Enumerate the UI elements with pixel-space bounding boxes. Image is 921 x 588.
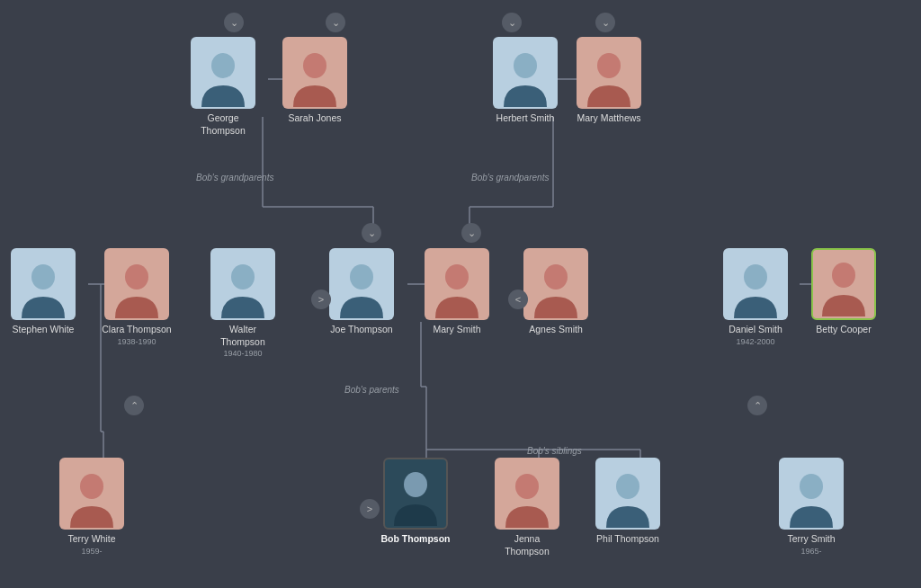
- svg-point-36: [616, 474, 639, 499]
- avatar-jenna: [495, 458, 559, 530]
- figure-mary-smith: [431, 257, 483, 320]
- figure-george: [197, 46, 249, 109]
- dates-terry-smith: 1965-: [800, 547, 821, 556]
- name-mary-smith: Mary Smith: [433, 324, 480, 336]
- svg-point-35: [515, 474, 539, 499]
- person-george[interactable]: George Thompson: [187, 37, 259, 137]
- figure-terry-smith: [785, 467, 837, 530]
- avatar-clara: [104, 248, 169, 320]
- svg-point-32: [832, 263, 855, 288]
- person-agnes[interactable]: Agnes Smith: [520, 248, 592, 336]
- person-jenna[interactable]: Jenna Thompson: [491, 458, 563, 557]
- nav-right-joe[interactable]: >: [311, 290, 331, 309]
- avatar-joe: [329, 248, 394, 320]
- figure-terry-white: [66, 467, 118, 530]
- name-joe: Joe Thompson: [330, 324, 392, 336]
- figure-mary-matthews: [583, 46, 635, 109]
- avatar-mary-matthews: [577, 37, 641, 109]
- label-bobs-grandparents-1: Bob's grandparents: [196, 173, 273, 183]
- svg-point-30: [544, 264, 568, 290]
- person-phil[interactable]: Phil Thompson: [592, 458, 664, 546]
- figure-betty: [818, 255, 870, 318]
- avatar-agnes: [523, 248, 588, 320]
- svg-point-25: [31, 264, 55, 290]
- name-clara: Clara Thompson: [102, 324, 171, 336]
- name-agnes: Agnes Smith: [529, 324, 583, 336]
- person-clara[interactable]: Clara Thompson 1938-1990: [101, 248, 173, 346]
- name-stephen: Stephen White: [13, 324, 75, 336]
- figure-jenna: [501, 467, 553, 530]
- svg-point-33: [80, 474, 103, 499]
- label-bobs-grandparents-2: Bob's grandparents: [471, 173, 549, 183]
- name-betty: Betty Cooper: [816, 324, 871, 336]
- avatar-terry-smith: [779, 458, 844, 530]
- avatar-walter: [210, 248, 275, 320]
- figure-herbert: [499, 46, 551, 109]
- nav-sarah-up[interactable]: ⌄: [326, 13, 345, 32]
- figure-sarah: [289, 46, 341, 109]
- svg-point-21: [211, 53, 235, 78]
- svg-point-29: [445, 264, 469, 290]
- nav-left-mary[interactable]: <: [508, 290, 528, 309]
- person-betty[interactable]: Betty Cooper: [808, 248, 880, 336]
- name-george: George Thompson: [187, 112, 259, 137]
- nav-george-up[interactable]: ⌄: [224, 13, 244, 32]
- figure-agnes: [530, 257, 582, 320]
- svg-point-23: [514, 53, 537, 78]
- nav-up-clara[interactable]: ⌃: [124, 396, 144, 415]
- name-jenna: Jenna Thompson: [491, 533, 563, 557]
- svg-point-34: [404, 472, 427, 497]
- avatar-mary-smith: [425, 248, 489, 320]
- figure-daniel: [729, 257, 782, 320]
- name-daniel: Daniel Smith: [729, 324, 782, 336]
- name-bob: Bob Thompson: [381, 533, 451, 546]
- nav-right-bob[interactable]: >: [360, 499, 380, 519]
- person-walter[interactable]: Walter Thompson 1940-1980: [207, 248, 279, 358]
- avatar-daniel: [723, 248, 788, 320]
- name-mary-matthews: Mary Matthews: [577, 112, 640, 125]
- avatar-phil: [595, 458, 660, 530]
- dates-terry-white: 1959-: [81, 547, 102, 556]
- person-bob[interactable]: Bob Thompson: [380, 458, 452, 546]
- name-herbert: Herbert Smith: [496, 112, 555, 125]
- svg-point-22: [303, 53, 326, 78]
- nav-mary-smith-down[interactable]: ⌄: [461, 223, 481, 243]
- figure-joe: [335, 257, 388, 320]
- name-terry-smith: Terry Smith: [787, 533, 835, 546]
- nav-joe-down[interactable]: ⌄: [362, 223, 381, 243]
- dates-walter: 1940-1980: [223, 349, 262, 358]
- svg-point-27: [231, 264, 255, 290]
- avatar-sarah: [282, 37, 347, 109]
- svg-point-26: [125, 264, 148, 290]
- person-daniel[interactable]: Daniel Smith 1942-2000: [720, 248, 791, 346]
- dates-clara: 1938-1990: [117, 337, 156, 346]
- dates-daniel: 1942-2000: [736, 337, 774, 346]
- nav-up-daniel[interactable]: ⌃: [747, 396, 767, 415]
- avatar-bob: [383, 458, 448, 530]
- name-phil: Phil Thompson: [596, 533, 659, 546]
- person-joe[interactable]: Joe Thompson: [326, 248, 398, 336]
- person-terry-white[interactable]: Terry White 1959-: [56, 458, 128, 556]
- person-herbert[interactable]: Herbert Smith: [489, 37, 561, 125]
- figure-phil: [602, 467, 654, 530]
- person-terry-smith[interactable]: Terry Smith 1965-: [775, 458, 847, 556]
- label-bobs-siblings: Bob's siblings: [527, 446, 582, 456]
- avatar-stephen: [11, 248, 76, 320]
- avatar-terry-white: [59, 458, 124, 530]
- figure-clara: [111, 257, 163, 320]
- figure-stephen: [17, 257, 69, 320]
- nav-mary-matthews-up[interactable]: ⌄: [595, 13, 615, 32]
- person-stephen[interactable]: Stephen White: [7, 248, 79, 336]
- person-sarah[interactable]: Sarah Jones: [279, 37, 351, 125]
- name-walter: Walter Thompson: [207, 324, 279, 348]
- person-mary-matthews[interactable]: Mary Matthews: [573, 37, 645, 125]
- family-tree: George Thompson Sarah Jones Herbert Smit…: [0, 0, 921, 588]
- nav-herbert-up[interactable]: ⌄: [502, 13, 522, 32]
- avatar-betty: [811, 248, 876, 320]
- figure-bob: [389, 465, 442, 528]
- person-mary-smith[interactable]: Mary Smith: [421, 248, 493, 336]
- name-terry-white: Terry White: [67, 533, 115, 546]
- svg-point-28: [350, 264, 373, 290]
- avatar-george: [191, 37, 255, 109]
- avatar-herbert: [493, 37, 558, 109]
